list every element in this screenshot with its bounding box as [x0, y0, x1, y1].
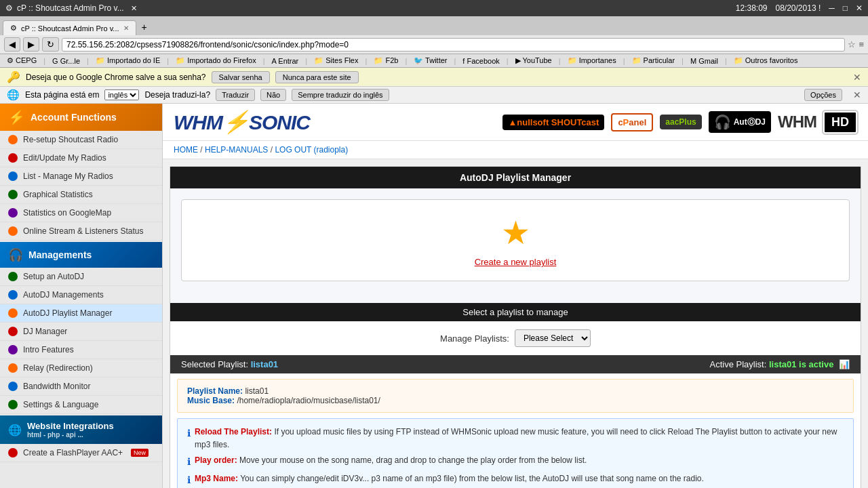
playlist-info-box: Playlist Name: lista01 Music Base: /home… [177, 379, 854, 413]
dot-icon [8, 208, 18, 218]
forward-button[interactable]: ▶ [23, 37, 39, 52]
bookmark-f2b[interactable]: 📁 F2b [371, 56, 401, 66]
bookmark-youtube[interactable]: ▶ YouTube [513, 56, 555, 66]
breadcrumb-logout[interactable]: LOG OUT (radiopla) [275, 145, 348, 155]
sidebar-item-reseup[interactable]: Re-setup Shoutcast Radio [0, 131, 162, 149]
title-bar: ⚙ cP :: Shoutcast Admin Pro v... ✕ 12:38… [0, 0, 868, 16]
sidebar-item-label: Intro Features [23, 345, 74, 354]
create-playlist-link[interactable]: Create a new playlist [475, 257, 557, 267]
selected-label: Selected Playlist: [181, 359, 248, 369]
info-box: ℹ Reload The Playlist: If you upload mus… [177, 418, 854, 488]
manage-playlists-row: Manage Playlists: Please Select [170, 321, 861, 355]
active-tab[interactable]: ⚙ cP :: Shoutcast Admin Pro v... ✕ [3, 20, 136, 35]
shoutcast-brand: ▲nullsoft SHOUTcast [502, 115, 604, 130]
breadcrumb-home[interactable]: HOME [174, 145, 198, 155]
manage-playlists-select[interactable]: Please Select [515, 329, 591, 347]
playorder-text: Move your mouse on the song name, drag a… [239, 455, 587, 465]
website-integrations-text: Website Integrations html - php - api ..… [27, 421, 114, 439]
autodj-logo: AutⓄDJ [734, 117, 766, 128]
bookmark-importanes[interactable]: 📁 Importanes [565, 56, 619, 66]
window-maximize[interactable]: □ [843, 3, 848, 13]
selected-playlist-name: lista01 [251, 359, 278, 369]
tab-close-btn[interactable]: ✕ [123, 24, 129, 32]
nav-bar: ◀ ▶ ↻ ☆ ≡ [0, 35, 868, 54]
sidebar-item-label: Re-setup Shoutcast Radio [23, 135, 118, 144]
title-bar-right: 12:38:09 08/20/2013 ! ─ □ ✕ [736, 3, 863, 13]
tab-close-icon[interactable]: ✕ [131, 4, 137, 13]
whm-logo: WHM⚡SONIC [174, 109, 310, 135]
dot-icon [8, 135, 18, 144]
breadcrumb-help[interactable]: HELP-MANUALS [205, 145, 268, 155]
sidebar-item-relay[interactable]: Relay (Redirection) [0, 359, 162, 378]
bookmark-google[interactable]: G Gr...le [50, 56, 83, 66]
url-bar[interactable] [62, 38, 845, 52]
back-button[interactable]: ◀ [4, 37, 20, 52]
sidebar-item-online-stream[interactable]: Online Stream & Listeners Status [0, 222, 162, 241]
lightning-icon: ⚡ [8, 109, 25, 125]
sidebar-item-googlemap[interactable]: Statistics on GoogleMap [0, 204, 162, 222]
top-header: WHM⚡SONIC ▲nullsoft SHOUTcast cPanel aac… [163, 104, 868, 141]
bookmark-twitter[interactable]: 🐦 Twitter [411, 56, 450, 66]
refresh-button[interactable]: ↻ [42, 37, 59, 52]
sidebar-item-bandwidth[interactable]: Bandwidth Monitor [0, 378, 162, 396]
no-translate-button[interactable]: Não [260, 89, 286, 101]
sidebar-item-flashplayer[interactable]: Create a FlashPlayer AAC+ New [0, 444, 162, 462]
sidebar-item-intro-features[interactable]: Intro Features [0, 341, 162, 359]
translate-button[interactable]: Traduzir [216, 89, 255, 101]
sidebar-item-edit-radios[interactable]: Edit/Update My Radios [0, 149, 162, 167]
info-item-mp3: ℹ Mp3 Name: You can simply change/edit i… [187, 472, 844, 487]
sidebar-item-autodj-playlist[interactable]: AutoDJ Playlist Manager [0, 304, 162, 323]
new-tab-button[interactable]: + [136, 19, 153, 35]
translate-bar: 🌐 Esta página está em inglês Deseja trad… [0, 87, 868, 104]
bookmark-star-icon[interactable]: ☆ [848, 39, 856, 49]
dot-icon [8, 382, 18, 391]
sidebar-item-label: Relay (Redirection) [23, 363, 93, 373]
autodj-brand: 🎧 AutⓄDJ [709, 111, 771, 133]
reload-text: If you upload music files by using FTP i… [195, 427, 837, 449]
translate-options: Opções [804, 89, 842, 101]
account-functions-header: ⚡ Account Functions [0, 104, 162, 131]
sidebar: ⚡ Account Functions Re-setup Shoutcast R… [0, 104, 163, 488]
sidebar-item-label: DJ Manager [23, 327, 67, 336]
sidebar-item-setup-autodj[interactable]: Setup an AutoDJ [0, 268, 162, 286]
translate-close-button[interactable]: ✕ [853, 89, 861, 100]
sidebar-item-autodj-managements[interactable]: AutoDJ Managements [0, 286, 162, 304]
dot-icon [8, 345, 18, 354]
bookmark-sitesflex[interactable]: 📁 Sites Flex [311, 56, 361, 66]
page-layout: ⚡ Account Functions Re-setup Shoutcast R… [0, 104, 868, 488]
window-minimize[interactable]: ─ [829, 3, 835, 13]
bookmark-facebook[interactable]: f Facebook [460, 56, 502, 66]
bookmark-firefox[interactable]: 📁 Importado do Firefox [173, 56, 259, 66]
music-base-label: Music Base: [187, 396, 235, 405]
language-select[interactable]: inglês [104, 89, 139, 100]
active-playlist-area: Active Playlist: lista01 is active 📊 [710, 359, 850, 369]
sidebar-item-settings[interactable]: Settings & Language [0, 396, 162, 414]
bookmark-cepg[interactable]: ⚙ CEPG [4, 56, 39, 66]
bookmark-outros[interactable]: 📁 Outros favoritos [731, 56, 801, 66]
save-password-button[interactable]: Salvar senha [212, 71, 270, 83]
sidebar-item-dj-manager[interactable]: DJ Manager [0, 323, 162, 341]
playlist-name-label: Playlist Name: [187, 386, 243, 396]
star-icon: ★ [195, 214, 835, 251]
window-close[interactable]: ✕ [856, 3, 863, 13]
settings-icon[interactable]: ≡ [859, 39, 864, 49]
selected-playlist-static-label: Selected Playlist: lista01 [181, 359, 278, 369]
bookmark-antrar[interactable]: A Entrar [269, 56, 302, 66]
options-button[interactable]: Opções [804, 89, 842, 101]
info-icon-reload: ℹ [187, 426, 191, 441]
never-save-button[interactable]: Nunca para este site [275, 71, 359, 83]
sidebar-item-graphical-stats[interactable]: Graphical Statistics [0, 186, 162, 204]
sidebar-item-label: AutoDJ Managements [23, 290, 104, 300]
bookmark-gmail[interactable]: M Gmail [688, 56, 721, 66]
password-bar-close-button[interactable]: ✕ [853, 72, 861, 83]
main-content: WHM⚡SONIC ▲nullsoft SHOUTcast cPanel aac… [163, 104, 868, 488]
dj-icon: 🎧 [8, 247, 23, 262]
password-bar-message: Deseja que o Google Chrome salve a sua s… [26, 73, 206, 82]
browser-chrome: ⚙ cP :: Shoutcast Admin Pro v... ✕ 12:38… [0, 0, 868, 104]
sidebar-item-list-radios[interactable]: List - Manage My Radios [0, 167, 162, 186]
bookmark-particular[interactable]: 📁 Particular [629, 56, 678, 66]
bookmark-ie[interactable]: 📁 Importado do IE [93, 56, 163, 66]
panel-body: ★ Create a new playlist [170, 188, 861, 303]
dot-icon [8, 400, 18, 409]
always-translate-button[interactable]: Sempre traduzir do inglês [292, 89, 389, 101]
